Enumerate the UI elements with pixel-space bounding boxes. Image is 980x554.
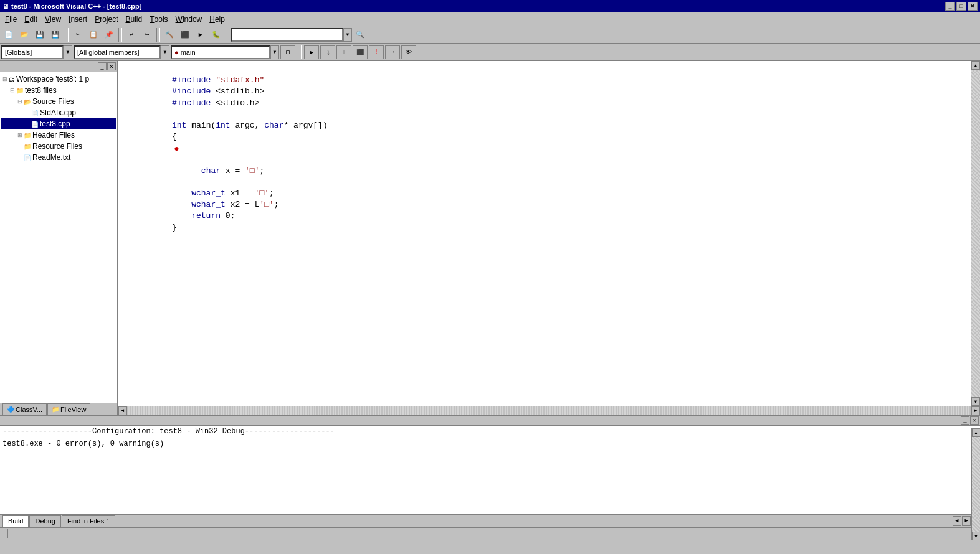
code-content: #include "stdafx.h" #include <stdlib.h> …	[118, 61, 971, 247]
panel-tabs: 🔷 ClassV... 📁 FileView	[0, 402, 117, 415]
tb-find[interactable]: 🔍	[353, 28, 368, 42]
toolbar2: [Globals] ▼ [All global members] ▼ ●main…	[0, 44, 980, 61]
search-dropdown[interactable]	[231, 28, 343, 42]
file-panel: _ ✕ ⊟ 🗂 Workspace 'test8': 1 p ⊟ 📁 test8…	[0, 61, 118, 415]
tab-scroll-right[interactable]: ►	[962, 516, 971, 526]
menu-window[interactable]: Window	[172, 12, 206, 26]
minimize-button[interactable]: _	[945, 2, 955, 11]
function-dropdown-arrow[interactable]: ▼	[270, 45, 279, 59]
output-vscroll-down[interactable]: ▼	[972, 532, 981, 540]
tb-run[interactable]: ▶	[193, 28, 208, 42]
workspace-icon: 🗂	[9, 76, 15, 83]
vscroll-down[interactable]: ▼	[971, 397, 980, 406]
header-expander: ⊞	[16, 132, 24, 138]
project-label: test8 files	[25, 86, 57, 95]
code-editor-container: #include "stdafx.h" #include <stdlib.h> …	[118, 61, 980, 406]
tb-debug[interactable]: 🐛	[209, 28, 224, 42]
globals-dropdown[interactable]: [Globals]	[1, 45, 64, 59]
tb2-sep1	[298, 45, 302, 59]
panel-minimize-btn[interactable]: _	[98, 62, 107, 70]
tb-cut[interactable]: ✂	[70, 28, 85, 42]
tb2-step-btn[interactable]: ⤵	[320, 45, 335, 59]
output-panel: _ ✕ --------------------Configuration: t…	[0, 415, 980, 527]
build-tab[interactable]: Build	[2, 515, 29, 527]
class-view-label: ClassV...	[16, 406, 42, 413]
title-text: test8 - Microsoft Visual C++ - [test8.cp…	[11, 2, 945, 10]
tab-scroll-left[interactable]: ◄	[953, 516, 961, 526]
panel-close-btn[interactable]: ✕	[107, 62, 116, 70]
tb-copy[interactable]: 📋	[86, 28, 101, 42]
tb-sep3	[156, 28, 160, 42]
output-vscroll-up[interactable]: ▲	[972, 428, 981, 437]
tb-build-btn[interactable]: 🔨	[162, 28, 177, 42]
workspace-item[interactable]: ⊟ 🗂 Workspace 'test8': 1 p	[1, 73, 116, 85]
menu-edit[interactable]: Edit	[21, 12, 41, 26]
code-area: #include "stdafx.h" #include <stdlib.h> …	[118, 61, 980, 415]
file-view-tab[interactable]: 📁 FileView	[47, 403, 90, 415]
source-files-item[interactable]: ⊟ 📂 Source Files	[1, 96, 116, 107]
tb2-run-btn[interactable]: ▶	[304, 45, 319, 59]
project-icon: 📁	[16, 87, 24, 94]
tb-open[interactable]: 📂	[17, 28, 32, 42]
tb2-watch-btn[interactable]: 👁	[401, 45, 416, 59]
code-panel[interactable]: #include "stdafx.h" #include <stdlib.h> …	[118, 61, 971, 406]
tb2-stop-btn[interactable]: ⬛	[353, 45, 368, 59]
workspace-label: Workspace 'test8': 1 p	[16, 75, 89, 83]
debug-tab[interactable]: Debug	[29, 515, 60, 527]
hscroll-left[interactable]: ◄	[118, 406, 127, 415]
menu-build[interactable]: Build	[121, 12, 146, 26]
code-hscroll: ◄ ►	[118, 406, 980, 415]
vscroll-up[interactable]: ▲	[971, 61, 980, 70]
readme-file-icon: 📄	[24, 154, 31, 161]
tb-undo[interactable]: ↩	[124, 28, 139, 42]
tb2-bp-btn[interactable]: !	[369, 45, 384, 59]
classview-icon: 🔷	[7, 406, 14, 413]
tb-save2[interactable]: 💾	[48, 28, 63, 42]
maximize-button[interactable]: □	[956, 2, 966, 11]
menu-file[interactable]: File	[1, 12, 21, 26]
output-vscroll-track[interactable]	[972, 437, 981, 532]
close-button[interactable]: ✕	[968, 2, 978, 11]
tb-redo[interactable]: ↪	[140, 28, 155, 42]
menu-help[interactable]: Help	[206, 12, 229, 26]
tb2-next-btn[interactable]: →	[385, 45, 400, 59]
menu-project[interactable]: Project	[91, 12, 121, 26]
output-header: _ ✕	[0, 416, 980, 426]
vscroll-track[interactable]	[971, 70, 980, 397]
tb-stop[interactable]: ⬛	[178, 28, 193, 42]
members-dropdown[interactable]: [All global members]	[74, 45, 161, 59]
readme-label: ReadMe.txt	[32, 153, 70, 162]
function-dropdown[interactable]: ●main	[171, 45, 270, 59]
test8cpp-item[interactable]: 📄 test8.cpp	[1, 118, 116, 129]
output-minimize-btn[interactable]: _	[961, 416, 969, 425]
tb-sep4	[226, 28, 229, 42]
stdafx-file-icon: 📄	[31, 110, 39, 116]
menu-insert[interactable]: Insert	[65, 12, 91, 26]
tb2-pause-btn[interactable]: ⏸	[336, 45, 351, 59]
output-close-btn[interactable]: ✕	[970, 416, 979, 425]
fileview-icon: 📁	[52, 406, 59, 413]
find-in-files-tab[interactable]: Find in Files 1	[62, 515, 115, 527]
tb2-btn1[interactable]: ⊟	[280, 45, 295, 59]
readme-item[interactable]: 📄 ReadMe.txt	[1, 152, 116, 163]
globals-dropdown-arrow[interactable]: ▼	[64, 45, 72, 59]
project-item[interactable]: ⊟ 📁 test8 files	[1, 85, 116, 96]
members-dropdown-arrow[interactable]: ▼	[161, 45, 169, 59]
stdafx-item[interactable]: 📄 StdAfx.cpp	[1, 107, 116, 118]
tb-save[interactable]: 💾	[32, 28, 47, 42]
menu-view[interactable]: View	[41, 12, 65, 26]
class-view-tab[interactable]: 🔷 ClassV...	[2, 403, 47, 415]
hscroll-track[interactable]	[127, 406, 971, 415]
source-folder-icon: 📂	[24, 98, 31, 105]
tb-new[interactable]: 📄	[1, 28, 16, 42]
resource-files-item[interactable]: 📁 Resource Files	[1, 141, 116, 152]
search-dropdown-arrow[interactable]: ▼	[343, 28, 352, 42]
toolbar1: 📄 📂 💾 💾 ✂ 📋 📌 ↩ ↪ 🔨 ⬛ ▶ 🐛 ▼ 🔍	[0, 26, 980, 44]
menu-tools[interactable]: Tools	[146, 12, 171, 26]
tb-sep2	[118, 28, 122, 42]
header-files-item[interactable]: ⊞ 📁 Header Files	[1, 129, 116, 141]
tb-paste[interactable]: 📌	[102, 28, 117, 42]
title-bar: 🖥 test8 - Microsoft Visual C++ - [test8.…	[0, 0, 980, 12]
test8cpp-label: test8.cpp	[40, 120, 70, 128]
hscroll-right[interactable]: ►	[971, 406, 980, 415]
